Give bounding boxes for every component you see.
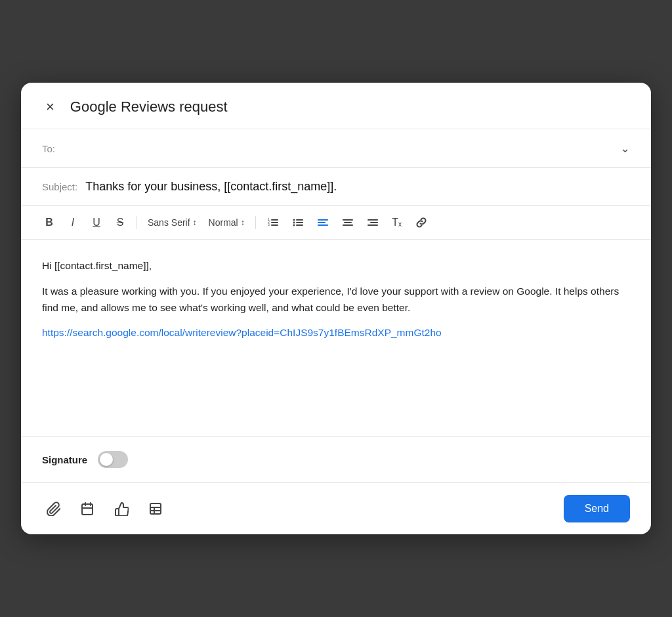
font-size-label: Normal [209, 217, 238, 228]
thumbs-up-icon [114, 501, 129, 516]
font-family-chevron-icon: ↕ [193, 218, 197, 227]
calendar-icon [80, 501, 94, 516]
toggle-thumb [100, 453, 113, 466]
align-right-icon [367, 217, 379, 228]
paperclip-icon [46, 501, 60, 516]
font-family-select[interactable]: Sans Serif ↕ [144, 215, 201, 230]
attach-button[interactable] [42, 498, 64, 520]
to-row: To: ⌄ [21, 129, 651, 168]
email-link[interactable]: https://search.google.com/local/writerev… [42, 325, 630, 341]
align-right-button[interactable] [362, 213, 383, 232]
google-review-link[interactable]: https://search.google.com/local/writerev… [42, 327, 442, 338]
modal-title: Google Reviews request [70, 98, 228, 116]
compose-modal: × Google Reviews request To: ⌄ Subject: … [21, 83, 651, 534]
toggle-track [98, 451, 128, 468]
svg-rect-25 [150, 503, 161, 514]
bold-button[interactable]: B [39, 213, 59, 232]
align-center-button[interactable] [337, 213, 358, 232]
font-size-select[interactable]: Normal ↕ [205, 215, 249, 230]
toolbar-divider-1 [136, 216, 137, 229]
clear-formatting-button[interactable]: Tx [387, 213, 407, 232]
strikethrough-button[interactable]: S [110, 213, 130, 232]
email-greeting: Hi [[contact.first_name]], [42, 258, 630, 274]
align-center-icon [342, 217, 354, 228]
email-content: It was a pleasure working with you. If y… [42, 284, 630, 316]
chevron-down-icon[interactable]: ⌄ [620, 141, 630, 156]
link-icon [415, 217, 427, 228]
send-button[interactable]: Send [564, 495, 630, 522]
underline-button[interactable]: U [87, 213, 106, 232]
svg-point-9 [293, 219, 295, 221]
unordered-list-button[interactable] [287, 213, 308, 232]
insert-link-button[interactable] [411, 213, 432, 232]
signature-toggle[interactable] [98, 451, 128, 468]
to-label: To: [42, 143, 55, 154]
formatting-toolbar: B I U S Sans Serif ↕ Normal ↕ 1. 2. 3. [21, 206, 651, 240]
ordered-list-icon: 1. 2. 3. [267, 217, 279, 228]
email-body[interactable]: Hi [[contact.first_name]], It was a plea… [21, 240, 651, 436]
svg-point-11 [293, 224, 295, 226]
templates-button[interactable] [144, 498, 167, 520]
template-icon [148, 501, 163, 516]
toolbar-divider-2 [255, 216, 256, 229]
font-size-chevron-icon: ↕ [241, 218, 245, 227]
schedule-button[interactable] [76, 498, 98, 520]
footer-action-icons [42, 498, 167, 520]
subject-row: Subject: Thanks for your business, [[con… [21, 168, 651, 206]
font-family-label: Sans Serif [148, 217, 190, 228]
ordered-list-button[interactable]: 1. 2. 3. [262, 213, 284, 232]
signature-label: Signature [42, 454, 87, 465]
svg-point-10 [293, 222, 295, 224]
align-left-icon [317, 217, 329, 228]
italic-button[interactable]: I [63, 213, 83, 232]
align-left-button[interactable] [312, 213, 333, 232]
close-button[interactable]: × [42, 98, 58, 116]
svg-text:3.: 3. [268, 223, 270, 226]
footer: Send [21, 483, 651, 534]
like-button[interactable] [110, 498, 133, 520]
subject-label: Subject: [42, 181, 77, 192]
unordered-list-icon [292, 217, 304, 228]
modal-header: × Google Reviews request [21, 83, 651, 129]
subject-value[interactable]: Thanks for your business, [[contact.firs… [85, 180, 337, 194]
signature-row: Signature [21, 436, 651, 483]
